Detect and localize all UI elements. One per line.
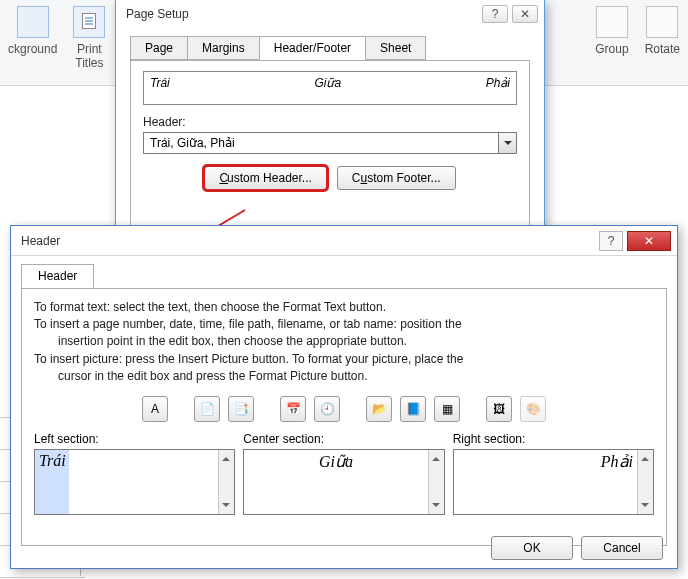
header-dialog-titlebar[interactable]: Header ? ✕: [11, 226, 677, 256]
header-footer-panel: Trái Giữa Phải Header: Trái, Giữa, Phải …: [130, 60, 530, 246]
rotate-icon: [646, 6, 678, 38]
ribbon-print-titles[interactable]: Print Titles: [73, 6, 105, 70]
ribbon-group[interactable]: Group: [595, 6, 628, 56]
format-text-icon: A: [151, 403, 159, 415]
page-number-button[interactable]: 📄: [194, 396, 220, 422]
left-section-input[interactable]: Trái: [35, 450, 218, 514]
preview-right: Phải: [486, 76, 510, 100]
custom-footer-button[interactable]: Custom Footer...: [337, 166, 456, 190]
right-section-label: Right section:: [453, 432, 654, 446]
header-label: Header:: [143, 115, 517, 129]
header-combo-value: Trái, Giữa, Phải: [144, 133, 498, 153]
page-setup-tabs: Page Margins Header/Footer Sheet: [130, 36, 530, 60]
dialog-title: Page Setup: [126, 7, 478, 21]
close-button[interactable]: ✕: [627, 231, 671, 251]
tab-page[interactable]: Page: [130, 36, 188, 60]
right-section-input[interactable]: Phải: [454, 450, 637, 514]
ribbon-rotate[interactable]: Rotate: [645, 6, 680, 56]
header-toolbar: A 📄 📑 📅 🕘 📂 📘 ▦ 🖼 🎨: [34, 396, 654, 422]
ribbon-background[interactable]: ckground: [8, 6, 57, 56]
print-titles-icon: [73, 6, 105, 38]
page-setup-titlebar[interactable]: Page Setup ? ✕: [116, 0, 544, 28]
page-setup-dialog: Page Setup ? ✕ Page Margins Header/Foote…: [115, 0, 545, 260]
ribbon-label: ckground: [8, 42, 57, 56]
center-section-box[interactable]: Giữa: [243, 449, 444, 515]
help-button[interactable]: ?: [599, 231, 623, 251]
center-section-label: Center section:: [243, 432, 444, 446]
scrollbar[interactable]: [218, 450, 234, 514]
scrollbar[interactable]: [428, 450, 444, 514]
format-picture-button[interactable]: 🎨: [520, 396, 546, 422]
tab-header[interactable]: Header: [21, 264, 94, 288]
close-icon: ✕: [520, 8, 530, 20]
header-combo[interactable]: Trái, Giữa, Phải: [143, 132, 517, 154]
dialog-title: Header: [21, 234, 595, 248]
left-section-box[interactable]: Trái: [34, 449, 235, 515]
right-section-box[interactable]: Phải: [453, 449, 654, 515]
ribbon-label: Rotate: [645, 42, 680, 56]
sheet-name-button[interactable]: ▦: [434, 396, 460, 422]
time-button[interactable]: 🕘: [314, 396, 340, 422]
background-icon: [17, 6, 49, 38]
help-icon: ?: [492, 8, 499, 20]
insert-picture-button[interactable]: 🖼: [486, 396, 512, 422]
date-icon: 📅: [286, 403, 301, 415]
time-icon: 🕘: [320, 403, 335, 415]
preview-center: Giữa: [314, 76, 341, 100]
group-icon: [596, 6, 628, 38]
close-button[interactable]: ✕: [512, 5, 538, 23]
scrollbar[interactable]: [637, 450, 653, 514]
header-preview: Trái Giữa Phải: [143, 71, 517, 105]
ribbon-label: Print Titles: [75, 42, 103, 70]
total-pages-icon: 📑: [234, 403, 249, 415]
file-path-icon: 📂: [372, 403, 387, 415]
page-number-icon: 📄: [200, 403, 215, 415]
left-section-label: Left section:: [34, 432, 235, 446]
tab-margins[interactable]: Margins: [187, 36, 260, 60]
insert-picture-icon: 🖼: [493, 403, 505, 415]
file-name-button[interactable]: 📘: [400, 396, 426, 422]
center-section-input[interactable]: Giữa: [244, 450, 427, 514]
ribbon-label: Group: [595, 42, 628, 56]
tab-sheet[interactable]: Sheet: [365, 36, 426, 60]
custom-header-button[interactable]: Custom Header...: [204, 166, 326, 190]
help-button[interactable]: ?: [482, 5, 508, 23]
preview-left: Trái: [150, 76, 170, 100]
sheet-name-icon: ▦: [442, 403, 453, 415]
format-text-button[interactable]: A: [142, 396, 168, 422]
format-picture-icon: 🎨: [526, 403, 541, 415]
header-dialog: Header ? ✕ Header To format text: select…: [10, 225, 678, 569]
cancel-button[interactable]: Cancel: [581, 536, 663, 560]
file-name-icon: 📘: [406, 403, 421, 415]
file-path-button[interactable]: 📂: [366, 396, 392, 422]
close-icon: ✕: [644, 235, 654, 247]
total-pages-button[interactable]: 📑: [228, 396, 254, 422]
instructions: To format text: select the text, then ch…: [34, 299, 654, 384]
tab-header-footer[interactable]: Header/Footer: [259, 36, 366, 60]
chevron-down-icon[interactable]: [498, 133, 516, 153]
ok-button[interactable]: OK: [491, 536, 573, 560]
header-panel: To format text: select the text, then ch…: [21, 288, 667, 546]
help-icon: ?: [608, 235, 615, 247]
date-button[interactable]: 📅: [280, 396, 306, 422]
